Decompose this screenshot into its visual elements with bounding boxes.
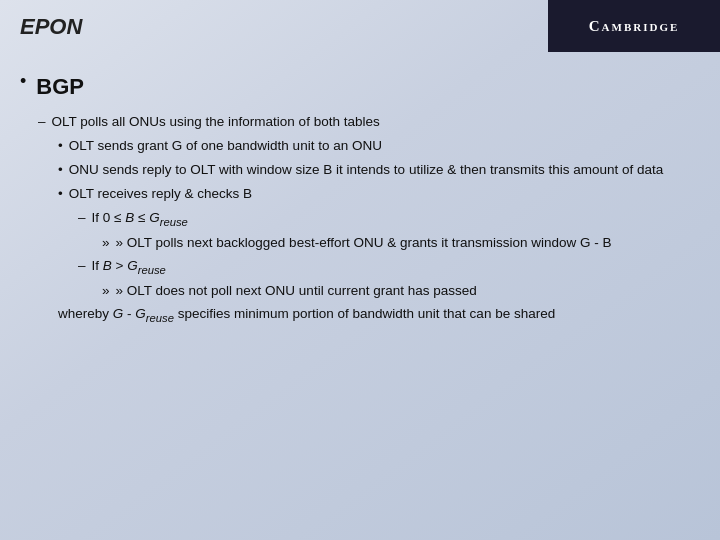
content-area: • BGP – OLT polls all ONUs using the inf… — [20, 70, 700, 530]
dot-3: • — [58, 184, 63, 205]
arrow-2: » — [102, 281, 110, 302]
arrow-item-2-text: » OLT does not poll next ONU until curre… — [116, 281, 477, 302]
sub-sub-item-2-text: If B > Greuse — [92, 256, 166, 279]
arrow-item-1-text: » OLT polls next backlogged best-effort … — [116, 233, 612, 254]
sub-sub-list: – If 0 ≤ B ≤ Greuse » » OLT polls next b… — [78, 208, 700, 302]
arrow-1: » — [102, 233, 110, 254]
arrow-item-2: » » OLT does not poll next ONU until cur… — [102, 281, 700, 302]
sub-bullet-2: • ONU sends reply to OLT with window siz… — [58, 160, 700, 181]
arrow-item-1: » » OLT polls next backlogged best-effor… — [102, 233, 700, 254]
dot-1: • — [58, 136, 63, 157]
cambridge-label: Cambridge — [589, 18, 680, 35]
sub-bullet-3-text: OLT receives reply & checks B — [69, 184, 252, 205]
dot-2: • — [58, 160, 63, 181]
sub-sub-sub-list-1: » » OLT polls next backlogged best-effor… — [102, 233, 700, 254]
sub-bullet-list: • OLT sends grant G of one bandwidth uni… — [58, 136, 700, 302]
sub-list: – OLT polls all ONUs using the informati… — [38, 112, 700, 327]
dash2-2: – — [78, 256, 86, 277]
slide: Cambridge EPON • BGP – OLT polls all ONU… — [0, 0, 720, 540]
sub-sub-item-1: – If 0 ≤ B ≤ Greuse — [78, 208, 700, 231]
dash-1: – — [38, 112, 46, 133]
dash2-1: – — [78, 208, 86, 229]
whereby-text: whereby G - Greuse specifies minimum por… — [58, 306, 555, 321]
cambridge-logo-bar: Cambridge — [548, 0, 720, 52]
sub-bullet-1-text: OLT sends grant G of one bandwidth unit … — [69, 136, 382, 157]
dash-item-1: – OLT polls all ONUs using the informati… — [38, 112, 700, 133]
sub-sub-item-1-text: If 0 ≤ B ≤ Greuse — [92, 208, 188, 231]
main-bullet-dot: • — [20, 68, 26, 96]
sub-bullet-1: • OLT sends grant G of one bandwidth uni… — [58, 136, 700, 157]
sub-sub-item-2: – If B > Greuse — [78, 256, 700, 279]
main-bullet-item: • BGP — [20, 70, 700, 104]
sub-bullet-3: • OLT receives reply & checks B — [58, 184, 700, 205]
whereby-block: whereby G - Greuse specifies minimum por… — [58, 304, 700, 327]
sub-sub-sub-list-2: » » OLT does not poll next ONU until cur… — [102, 281, 700, 302]
dash-item-1-text: OLT polls all ONUs using the information… — [52, 112, 380, 133]
slide-title: EPON — [20, 14, 82, 40]
sub-bullet-2-text: ONU sends reply to OLT with window size … — [69, 160, 664, 181]
main-bullet-label: BGP — [36, 70, 84, 104]
